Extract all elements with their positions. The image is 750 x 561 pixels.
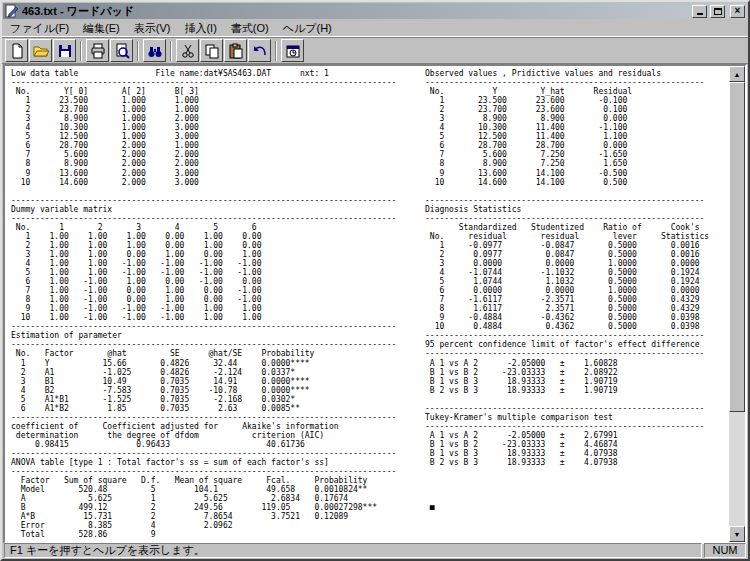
print-button[interactable] xyxy=(86,39,109,62)
copy-button[interactable] xyxy=(200,39,223,62)
document-area: Low data table File name:dat¥SAS463.DAT … xyxy=(3,64,747,544)
scroll-down-icon: ▼ xyxy=(734,531,741,538)
paste-button[interactable] xyxy=(224,39,247,62)
open-folder-icon xyxy=(33,43,49,59)
menu-view[interactable]: 表示(V) xyxy=(127,20,178,37)
cut-button[interactable] xyxy=(176,39,199,62)
close-button[interactable]: × xyxy=(730,5,745,18)
menu-edit[interactable]: 編集(E) xyxy=(76,20,127,37)
save-icon xyxy=(57,43,73,59)
menu-file[interactable]: ファイル(F) xyxy=(3,20,76,37)
maximize-icon xyxy=(714,8,722,15)
new-button[interactable] xyxy=(5,39,28,62)
scroll-down-button[interactable]: ▼ xyxy=(729,526,745,542)
print-preview-icon xyxy=(114,43,130,59)
undo-button[interactable] xyxy=(248,39,271,62)
toolbar xyxy=(2,37,748,64)
wordpad-window: 463.txt - ワードパッド × ファイル(F) 編集(E) 表示(V) 挿… xyxy=(0,0,750,561)
minimize-icon xyxy=(697,13,703,15)
datetime-icon xyxy=(285,43,301,59)
document-content[interactable]: Low data table File name:dat¥SAS463.DAT … xyxy=(5,66,729,542)
toolbar-separator xyxy=(275,41,277,61)
menu-insert[interactable]: 挿入(I) xyxy=(177,20,223,37)
save-button[interactable] xyxy=(53,39,76,62)
toolbar-separator xyxy=(170,41,172,61)
datetime-button[interactable] xyxy=(281,39,304,62)
minimize-button[interactable] xyxy=(692,5,707,18)
print-icon xyxy=(90,43,106,59)
wordpad-app-icon xyxy=(5,4,19,18)
undo-icon xyxy=(252,43,268,59)
titlebar[interactable]: 463.txt - ワードパッド × xyxy=(3,3,747,19)
document-right-column[interactable]: Observed values , Pridictive values and … xyxy=(425,69,709,512)
print-preview-button[interactable] xyxy=(110,39,133,62)
open-button[interactable] xyxy=(29,39,52,62)
scroll-up-button[interactable]: ▲ xyxy=(729,66,745,82)
statusbar: F1 キーを押すとヘルプを表示します。 NUM xyxy=(3,541,747,558)
copy-icon xyxy=(204,43,220,59)
paste-icon xyxy=(228,43,244,59)
scrollbar-thumb[interactable] xyxy=(729,82,745,412)
document-left-column[interactable]: Low data table File name:dat¥SAS463.DAT … xyxy=(11,69,396,539)
menubar: ファイル(F) 編集(E) 表示(V) 挿入(I) 書式(O) ヘルプ(H) xyxy=(2,20,748,37)
menu-help[interactable]: ヘルプ(H) xyxy=(276,20,339,37)
toolbar-separator xyxy=(80,41,82,61)
find-button[interactable] xyxy=(143,39,166,62)
vertical-scrollbar[interactable]: ▲ ▼ xyxy=(729,66,745,542)
scroll-up-icon: ▲ xyxy=(734,71,741,78)
status-help-text: F1 キーを押すとヘルプを表示します。 xyxy=(4,543,702,558)
toolbar-separator xyxy=(137,41,139,61)
num-lock-indicator: NUM xyxy=(704,543,746,558)
find-icon xyxy=(147,43,163,59)
window-title: 463.txt - ワードパッド xyxy=(22,4,689,19)
maximize-button[interactable] xyxy=(710,5,725,18)
new-document-icon xyxy=(9,43,25,59)
cut-icon xyxy=(180,43,196,59)
close-icon: × xyxy=(735,6,741,16)
menu-format[interactable]: 書式(O) xyxy=(224,20,276,37)
